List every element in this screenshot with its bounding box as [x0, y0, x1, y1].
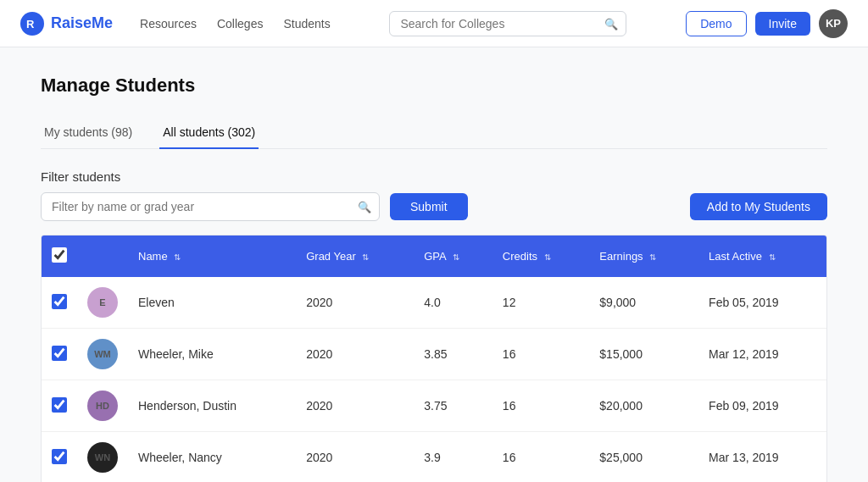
nav-students[interactable]: Students	[283, 17, 330, 30]
logo-text: RaiseMe	[51, 14, 113, 32]
row-avatar-cell: E	[77, 277, 128, 329]
table-row: WM Wheeler, Mike 2020 3.85 16 $15,000 Ma…	[42, 329, 826, 380]
logo[interactable]: R RaiseMe	[20, 12, 113, 36]
row-credits: 16	[492, 432, 589, 483]
main-content: Manage Students My students (98) All stu…	[27, 47, 841, 482]
college-search-input[interactable]	[389, 11, 626, 36]
college-search: 🔍	[389, 11, 626, 36]
filter-section: Filter students 🔍 Submit Add to My Stude…	[41, 149, 827, 235]
th-earnings[interactable]: Earnings ⇅	[589, 235, 698, 277]
nav-actions: Demo Invite KP	[686, 9, 848, 38]
th-avatar	[77, 235, 128, 277]
row-name: Eleven	[128, 277, 296, 329]
user-avatar[interactable]: KP	[819, 9, 848, 38]
table-row: WN Wheeler, Nancy 2020 3.9 16 $25,000 Ma…	[42, 432, 826, 483]
tabs: My students (98) All students (302)	[41, 117, 827, 149]
gpa-sort-icon: ⇅	[453, 252, 459, 262]
row-avatar-cell: HD	[77, 380, 128, 432]
row-gpa: 3.75	[414, 380, 492, 432]
row-grad-year: 2020	[296, 432, 414, 483]
row-earnings: $25,000	[589, 432, 698, 483]
table-header-row: Name ⇅ Grad Year ⇅ GPA ⇅ Credits ⇅	[42, 235, 826, 277]
page-title: Manage Students	[41, 75, 827, 97]
svg-text:R: R	[26, 18, 35, 30]
student-avatar: HD	[87, 391, 118, 421]
th-credits[interactable]: Credits ⇅	[492, 235, 589, 277]
last-active-sort-icon: ⇅	[769, 252, 776, 262]
th-name-label: Name	[138, 250, 168, 263]
nav-resources[interactable]: Resources	[140, 17, 197, 30]
th-last-active[interactable]: Last Active ⇅	[698, 235, 826, 277]
th-grad-year[interactable]: Grad Year ⇅	[296, 235, 414, 277]
row-last-active: Mar 13, 2019	[698, 432, 826, 483]
row-name: Henderson, Dustin	[128, 380, 296, 432]
credits-sort-icon: ⇅	[544, 252, 551, 262]
row-checkbox[interactable]	[52, 294, 67, 309]
row-checkbox-cell	[42, 329, 77, 380]
row-checkbox[interactable]	[52, 397, 67, 413]
th-name[interactable]: Name ⇅	[128, 235, 296, 277]
navbar: R RaiseMe Resources Colleges Students 🔍 …	[0, 0, 868, 47]
table-row: E Eleven 2020 4.0 12 $9,000 Feb 05, 2019	[42, 277, 826, 329]
row-name: Wheeler, Nancy	[128, 432, 296, 483]
row-avatar-cell: WM	[77, 329, 128, 380]
nav-links: Resources Colleges Students	[140, 17, 331, 30]
row-avatar-cell: WN	[77, 432, 128, 483]
th-gpa[interactable]: GPA ⇅	[414, 235, 492, 277]
row-checkbox-cell	[42, 432, 77, 483]
filter-input-wrap: 🔍	[41, 192, 380, 221]
th-credits-label: Credits	[503, 250, 537, 263]
th-gpa-label: GPA	[424, 250, 446, 263]
student-avatar: WM	[87, 339, 118, 369]
row-credits: 16	[492, 329, 589, 380]
row-earnings: $15,000	[589, 329, 698, 380]
filter-label: Filter students	[41, 169, 827, 184]
th-select-all	[42, 235, 77, 277]
invite-button[interactable]: Invite	[755, 12, 810, 36]
row-earnings: $9,000	[589, 277, 698, 329]
filter-row: 🔍 Submit Add to My Students	[41, 192, 827, 221]
row-gpa: 3.9	[414, 432, 492, 483]
students-table: Name ⇅ Grad Year ⇅ GPA ⇅ Credits ⇅	[42, 235, 826, 482]
row-credits: 16	[492, 380, 589, 432]
table-row: HD Henderson, Dustin 2020 3.75 16 $20,00…	[42, 380, 826, 432]
nav-colleges[interactable]: Colleges	[217, 17, 263, 30]
earnings-sort-icon: ⇅	[649, 252, 656, 262]
row-grad-year: 2020	[296, 329, 414, 380]
filter-search-icon: 🔍	[358, 201, 371, 213]
row-earnings: $20,000	[589, 380, 698, 432]
row-credits: 12	[492, 277, 589, 329]
nav-search-wrap: 🔍	[358, 11, 659, 36]
logo-icon: R	[20, 12, 44, 36]
row-last-active: Mar 12, 2019	[698, 329, 826, 380]
tab-my-students[interactable]: My students (98)	[41, 117, 136, 149]
row-gpa: 3.85	[414, 329, 492, 380]
select-all-checkbox[interactable]	[52, 247, 67, 263]
student-avatar: WN	[87, 442, 118, 473]
name-sort-icon: ⇅	[174, 252, 181, 262]
tab-all-students[interactable]: All students (302)	[159, 117, 259, 149]
th-grad-year-label: Grad Year	[306, 250, 356, 263]
row-checkbox[interactable]	[52, 449, 67, 464]
th-earnings-label: Earnings	[599, 250, 643, 263]
add-to-my-students-button[interactable]: Add to My Students	[690, 193, 827, 220]
search-icon: 🔍	[604, 17, 618, 30]
row-checkbox[interactable]	[52, 346, 67, 361]
th-last-active-label: Last Active	[709, 250, 762, 263]
row-checkbox-cell	[42, 380, 77, 432]
grad-year-sort-icon: ⇅	[362, 252, 369, 262]
row-gpa: 4.0	[414, 277, 492, 329]
demo-button[interactable]: Demo	[686, 11, 746, 36]
row-last-active: Feb 05, 2019	[698, 277, 826, 329]
row-grad-year: 2020	[296, 277, 414, 329]
submit-button[interactable]: Submit	[390, 193, 468, 220]
row-name: Wheeler, Mike	[128, 329, 296, 380]
row-checkbox-cell	[42, 277, 77, 329]
students-table-wrap: Name ⇅ Grad Year ⇅ GPA ⇅ Credits ⇅	[41, 235, 827, 482]
row-grad-year: 2020	[296, 380, 414, 432]
row-last-active: Feb 09, 2019	[698, 380, 826, 432]
student-avatar: E	[87, 287, 118, 318]
filter-input[interactable]	[41, 192, 380, 221]
